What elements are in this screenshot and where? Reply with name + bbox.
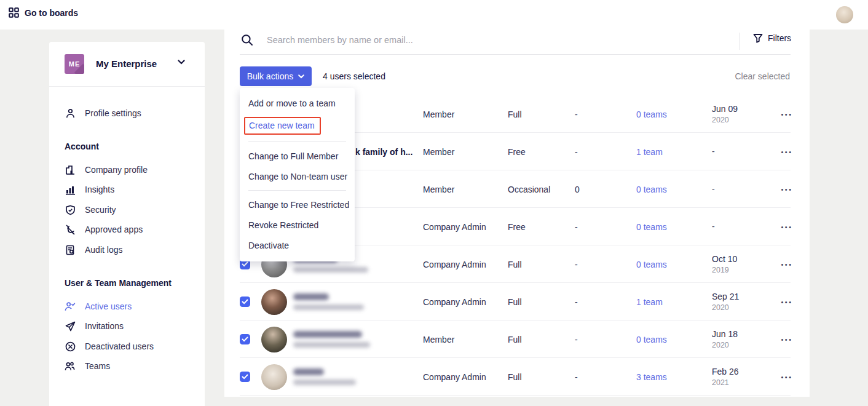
user-name-truncated: k family of h... [355, 133, 412, 170]
sidebar-section-management: User & Team Management [65, 278, 172, 288]
teams-link[interactable]: 0 teams [636, 245, 667, 283]
sidebar-item-profile-settings[interactable]: Profile settings [49, 103, 205, 123]
date-cell: - [712, 208, 715, 245]
sidebar-item-audit-logs[interactable]: Audit logs [49, 240, 205, 260]
blurred-name [293, 368, 324, 375]
user-identity [293, 358, 356, 396]
row-menu-button[interactable]: ••• [776, 358, 797, 396]
teams-link[interactable]: 0 teams [636, 170, 667, 208]
document-search-icon [65, 244, 76, 255]
teams-link[interactable]: 0 teams [636, 320, 667, 358]
menu-item-revoke-restricted[interactable]: Revoke Restricted [240, 215, 355, 235]
chevron-down-icon [178, 60, 185, 65]
table-row: Member Full - 0 teams Jun 182020 ••• [224, 320, 810, 358]
license-cell: Free [508, 133, 526, 170]
bulk-actions-menu: Add or move to a team Create new team Ch… [240, 88, 355, 261]
row-checkbox[interactable] [240, 358, 250, 396]
table-row: Company Admin Full - 3 teams Feb 262021 … [224, 358, 810, 396]
menu-item-create-new-team[interactable]: Create new team [240, 113, 355, 138]
days-cell: 0 [575, 170, 580, 208]
teams-link[interactable]: 3 teams [636, 358, 667, 396]
bulk-actions-button[interactable]: Bulk actions [240, 66, 312, 86]
row-checkbox[interactable] [240, 283, 250, 320]
person-check-icon [65, 301, 76, 312]
search-icon [241, 34, 253, 46]
sidebar-item-label: Deactivated users [85, 341, 154, 351]
license-cell: Full [508, 320, 522, 358]
menu-divider [248, 141, 346, 142]
date-cell: - [712, 133, 715, 170]
row-menu-button[interactable]: ••• [776, 320, 797, 358]
bar-chart-icon [65, 184, 76, 195]
menu-divider [248, 190, 346, 191]
row-menu-button[interactable]: ••• [776, 133, 797, 170]
teams-link[interactable]: 0 teams [636, 95, 667, 133]
date-cell: Sep 212020 [712, 283, 739, 320]
sidebar-divider [49, 86, 205, 87]
license-cell: Full [508, 95, 522, 133]
days-cell: - [575, 208, 578, 245]
blurred-email [293, 380, 356, 385]
menu-item-add-or-move[interactable]: Add or move to a team [240, 93, 355, 113]
sidebar-item-label: Teams [85, 361, 110, 371]
search-input[interactable] [267, 30, 697, 50]
menu-item-change-free-restricted[interactable]: Change to Free Restricted [240, 194, 355, 215]
sidebar-item-active-users[interactable]: Active users [49, 297, 205, 316]
clear-selected-button[interactable]: Clear selected [735, 71, 791, 81]
filters-separator [740, 33, 740, 50]
sidebar-section-account: Account [65, 141, 99, 151]
menu-item-change-full-member[interactable]: Change to Full Member [240, 146, 355, 166]
menu-item-change-non-team[interactable]: Change to Non-team user [240, 166, 355, 186]
days-cell: - [575, 133, 578, 170]
blurred-name [293, 293, 329, 300]
sidebar-item-teams[interactable]: Teams [49, 356, 205, 376]
row-menu-button[interactable]: ••• [776, 95, 797, 133]
user-avatar [261, 320, 287, 358]
blurred-email [293, 304, 364, 310]
license-cell: Full [508, 245, 522, 283]
sidebar-item-approved-apps[interactable]: Approved apps [49, 220, 205, 239]
people-icon [65, 360, 76, 372]
role-cell: Company Admin [423, 283, 486, 320]
license-cell: Occasional [508, 170, 550, 208]
circle-x-icon [65, 341, 76, 352]
sidebar-item-invitations[interactable]: Invitations [49, 316, 205, 336]
teams-link[interactable]: 1 team [636, 283, 663, 320]
row-menu-button[interactable]: ••• [776, 170, 797, 208]
teams-link[interactable]: 1 team [636, 133, 663, 170]
user-avatar[interactable] [836, 6, 853, 23]
days-cell: - [575, 283, 578, 320]
row-menu-button[interactable]: ••• [776, 208, 797, 245]
sidebar-item-label: Invitations [85, 321, 124, 331]
sidebar-item-label: Company profile [85, 165, 148, 175]
row-menu-button[interactable]: ••• [776, 245, 797, 283]
sidebar-item-label: Approved apps [85, 225, 143, 234]
plug-icon [65, 224, 76, 235]
shield-check-icon [65, 204, 76, 215]
license-cell: Full [508, 283, 522, 320]
sidebar-item-security[interactable]: Security [49, 200, 205, 220]
user-avatar [261, 358, 287, 396]
blurred-email [293, 342, 370, 348]
row-checkbox[interactable] [240, 320, 250, 358]
sidebar-item-deactivated-users[interactable]: Deactivated users [49, 336, 205, 356]
enterprise-avatar: ME [65, 54, 84, 74]
date-cell: - [712, 170, 715, 208]
sidebar-item-label: Profile settings [85, 108, 141, 118]
teams-link[interactable]: 0 teams [636, 208, 667, 245]
row-menu-button[interactable]: ••• [776, 283, 797, 320]
go-to-boards-button[interactable]: Go to boards [9, 7, 78, 18]
user-identity [293, 283, 364, 320]
sidebar-item-insights[interactable]: Insights [49, 180, 205, 199]
role-cell: Company Admin [423, 358, 486, 396]
days-cell: - [575, 245, 578, 283]
date-cell: Jun 182020 [712, 320, 738, 358]
blurred-name [293, 331, 362, 338]
enterprise-name: My Enterprise [96, 58, 157, 69]
sidebar-item-company-profile[interactable]: Company profile [49, 160, 205, 180]
filters-button[interactable]: Filters [753, 33, 791, 43]
sidebar-item-label: Security [85, 205, 116, 215]
enterprise-switcher[interactable]: ME My Enterprise [49, 42, 205, 86]
menu-item-deactivate[interactable]: Deactivate [240, 235, 355, 255]
role-cell: Member [423, 133, 454, 170]
